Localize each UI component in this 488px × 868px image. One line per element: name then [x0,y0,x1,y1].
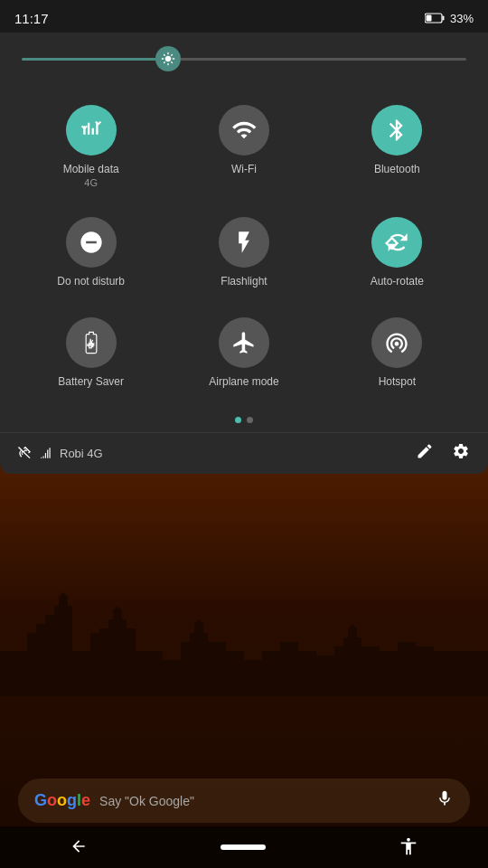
svg-rect-3 [426,15,431,22]
bottom-icons [416,442,470,465]
status-bar: 11:17 33% [0,0,488,33]
airplane-icon [219,317,269,368]
dnd-label: Do not disturb [57,275,125,289]
edit-button[interactable] [416,442,434,465]
svg-rect-2 [442,16,444,21]
tile-bluetooth[interactable]: Bluetooth [321,90,474,203]
battery-icon [425,13,445,24]
flashlight-icon [219,217,269,268]
battery-saver-label: Battery Saver [58,375,124,390]
tile-auto-rotate[interactable]: Auto-rotate [321,203,474,304]
flashlight-label: Flashlight [221,275,267,289]
hotspot-label: Hotspot [379,375,416,390]
notification-shade: 11:17 33% [0,0,488,474]
network-label: Robi 4G [60,447,103,460]
home-indicator[interactable] [221,844,266,850]
google-search-bar[interactable]: Google Say "Ok Google" [18,778,470,823]
mobile-data-label: Mobile data [63,163,119,177]
tiles-grid: Mobile data 4G Wi-Fi Bluetooth [0,81,488,413]
battery-saver-icon [66,317,117,368]
wifi-label: Wi-Fi [231,163,257,177]
dnd-icon [66,217,117,268]
mobile-data-sublabel: 4G [84,177,98,188]
bottom-bar: Robi 4G [0,432,488,474]
mobile-data-icon [66,105,117,156]
auto-rotate-label: Auto-rotate [371,275,424,289]
page-dot-2 [247,417,253,423]
brightness-fill [22,58,155,61]
back-button[interactable] [62,830,95,865]
tile-hotspot[interactable]: Hotspot [321,303,474,404]
page-dot-1 [235,417,241,423]
accessibility-button[interactable] [391,829,426,866]
mic-icon[interactable] [436,789,454,812]
tile-flashlight[interactable]: Flashlight [167,203,320,304]
wallpaper-silhouette [0,579,488,696]
bluetooth-label: Bluetooth [374,163,420,177]
signal-icon [18,446,33,460]
nav-bar [0,826,488,868]
battery-percentage: 33% [450,12,474,25]
google-hint: Say "Ok Google" [99,794,436,808]
tile-wifi[interactable]: Wi-Fi [167,90,320,203]
brightness-thumb[interactable] [155,46,181,71]
google-logo: Google [34,791,90,810]
tile-battery-saver[interactable]: Battery Saver [14,303,167,404]
tile-dnd[interactable]: Do not disturb [14,203,167,304]
status-time: 11:17 [14,11,49,26]
tile-airplane[interactable]: Airplane mode [167,303,320,404]
settings-button[interactable] [452,442,470,465]
brightness-track [181,58,466,61]
signal-bars-icon [40,447,52,459]
bluetooth-icon [371,105,422,156]
page-dots [0,413,488,432]
hotspot-icon [371,317,422,368]
status-right: 33% [425,12,474,25]
wifi-icon [219,105,269,156]
auto-rotate-icon [371,217,422,268]
brightness-slider[interactable] [22,45,466,72]
brightness-row[interactable] [0,33,488,81]
tile-mobile-data[interactable]: Mobile data 4G [14,90,167,203]
network-info: Robi 4G [18,446,103,460]
airplane-label: Airplane mode [209,375,278,390]
